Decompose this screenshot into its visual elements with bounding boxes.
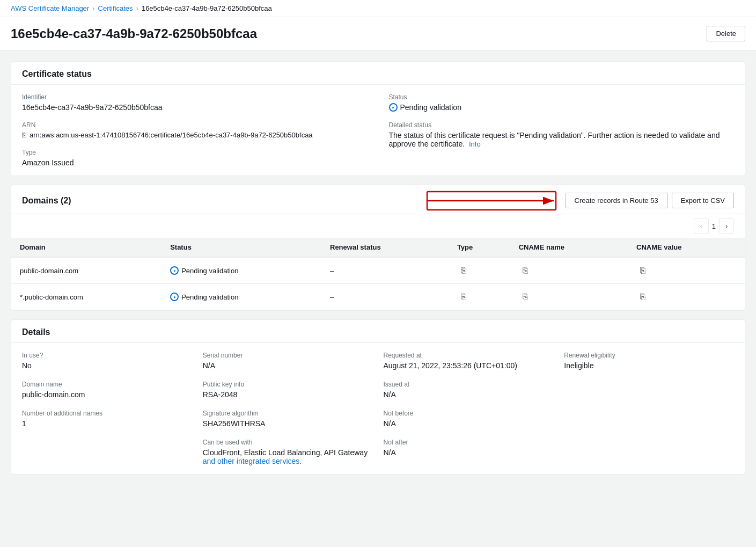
- cname-name-copy-icon-2[interactable]: ⎘: [519, 290, 532, 303]
- can-be-used-label: Can be used with: [203, 439, 373, 446]
- red-arrow-annotation: [426, 187, 566, 214]
- serial-value: N/A: [203, 361, 373, 370]
- info-link[interactable]: Info: [469, 140, 481, 148]
- not-before-value: N/A: [384, 419, 554, 428]
- details-grid: In use? No Serial number N/A Requested a…: [11, 343, 745, 474]
- arn-label: ARN: [22, 121, 368, 129]
- th-type: Type: [449, 238, 510, 257]
- th-cname-name: CNAME name: [510, 238, 628, 257]
- pagination-area: ‹ 1 ›: [11, 214, 745, 238]
- certificate-detail-grid: Identifier 16e5cb4e-ca37-4a9b-9a72-6250b…: [22, 93, 734, 167]
- table-row: public-domain.com Pending validation – ⎘: [11, 257, 745, 284]
- type-cell-2: ⎘: [449, 284, 510, 310]
- cname-name-cell-2: ⎘: [510, 284, 628, 310]
- main-content: Certificate status Identifier 16e5cb4e-c…: [0, 50, 756, 485]
- row1-status: Pending validation: [170, 266, 313, 275]
- renewal-eligibility-label: Renewal eligibility: [564, 352, 734, 359]
- detail-issued-at: Issued at N/A: [384, 381, 554, 399]
- cname-value-cell-1: ⎘: [628, 257, 745, 284]
- row2-status-text: Pending validation: [181, 293, 238, 301]
- certificate-status-body: Identifier 16e5cb4e-ca37-4a9b-9a72-6250b…: [11, 85, 745, 176]
- page-title: 16e5cb4e-ca37-4a9b-9a72-6250b50bfcaa: [11, 26, 257, 41]
- in-use-label: In use?: [22, 352, 192, 359]
- in-use-value: No: [22, 361, 192, 370]
- details-header: Details: [11, 320, 745, 343]
- cname-name-copy-icon-1[interactable]: ⎘: [519, 264, 532, 277]
- issued-at-value: N/A: [384, 390, 554, 399]
- detail-additional-names: Number of additional names 1: [22, 410, 192, 428]
- domain-cell-2: *.public-domain.com: [11, 284, 162, 310]
- breadcrumb-section[interactable]: Certificates: [98, 4, 133, 12]
- row2-status: Pending validation: [170, 293, 313, 301]
- detail-empty-2: [564, 410, 734, 428]
- detail-not-after: Not after N/A: [384, 439, 554, 465]
- detail-serial: Serial number N/A: [203, 352, 373, 370]
- renewal-eligibility-value: Ineligible: [564, 361, 734, 370]
- domains-header: Domains (2): [11, 185, 745, 214]
- requested-at-value: August 21, 2022, 23:53:26 (UTC+01:00): [384, 361, 554, 370]
- domain-cell-1: public-domain.com: [11, 257, 162, 284]
- create-records-area: Create records in Route 53: [566, 193, 667, 208]
- renewal-cell-1: –: [321, 257, 449, 284]
- can-be-used-value: CloudFront, Elastic Load Balancing, API …: [203, 448, 373, 465]
- row1-pending-icon: [170, 266, 179, 275]
- issued-at-label: Issued at: [384, 381, 554, 388]
- arn-field: ARN ⎘ arn:aws:acm:us-east-1:474108156746…: [22, 121, 368, 139]
- serial-label: Serial number: [203, 352, 373, 359]
- next-page-button[interactable]: ›: [719, 218, 734, 234]
- domains-actions: Create records in Route 53 Export to CSV: [566, 193, 734, 208]
- detail-sig-algo: Signature algorithm SHA256WITHRSA: [203, 410, 373, 428]
- type-copy-icon-1[interactable]: ⎘: [457, 264, 470, 277]
- page-header: 16e5cb4e-ca37-4a9b-9a72-6250b50bfcaa Del…: [0, 17, 756, 50]
- table-row: *.public-domain.com Pending validation –…: [11, 284, 745, 310]
- type-copy-icon-2[interactable]: ⎘: [457, 290, 470, 303]
- type-field: Type Amazon Issued: [22, 149, 368, 167]
- cert-right-col: Status Pending validation Detailed statu…: [389, 93, 735, 167]
- requested-at-label: Requested at: [384, 352, 554, 359]
- domains-table-container: Domain Status Renewal status Type CNAME …: [11, 238, 745, 310]
- detail-in-use: In use? No: [22, 352, 192, 370]
- cname-value-cell-2: ⎘: [628, 284, 745, 310]
- sig-algo-label: Signature algorithm: [203, 410, 373, 417]
- integrated-services-link[interactable]: and other integrated services.: [203, 457, 302, 465]
- breadcrumb-service[interactable]: AWS Certificate Manager: [11, 4, 89, 12]
- detail-can-be-used: Can be used with CloudFront, Elastic Loa…: [203, 439, 373, 465]
- cname-value-copy-icon-1[interactable]: ⎘: [636, 264, 649, 277]
- delete-button[interactable]: Delete: [707, 26, 745, 41]
- detail-empty-1: [564, 381, 734, 399]
- detailed-status-field: Detailed status The status of this certi…: [389, 121, 735, 148]
- breadcrumb-sep-2: ›: [136, 4, 138, 12]
- breadcrumb-current: 16e5cb4e-ca37-4a9b-9a72-6250b50bfcaa: [142, 4, 272, 12]
- table-header-row: Domain Status Renewal status Type CNAME …: [11, 238, 745, 257]
- status-value: Pending validation: [400, 103, 461, 112]
- prev-page-button[interactable]: ‹: [694, 218, 709, 234]
- arn-copy-icon[interactable]: ⎘: [22, 131, 26, 139]
- identifier-value: 16e5cb4e-ca37-4a9b-9a72-6250b50bfcaa: [22, 103, 368, 112]
- status-pending-icon: [389, 103, 398, 112]
- domains-title: Domains (2): [22, 196, 71, 206]
- create-records-button[interactable]: Create records in Route 53: [566, 193, 667, 208]
- th-domain: Domain: [11, 238, 162, 257]
- breadcrumb-sep-1: ›: [92, 4, 94, 12]
- detailed-status-value: The status of this certificate request i…: [389, 131, 735, 148]
- sig-algo-value: SHA256WITHRSA: [203, 419, 373, 428]
- detailed-status-label: Detailed status: [389, 121, 735, 129]
- cname-name-cell-1: ⎘: [510, 257, 628, 284]
- th-cname-value: CNAME value: [628, 238, 745, 257]
- arn-text: arn:aws:acm:us-east-1:474108156746:certi…: [30, 131, 313, 139]
- type-value: Amazon Issued: [22, 158, 368, 167]
- cname-value-copy-icon-2[interactable]: ⎘: [636, 290, 649, 303]
- export-csv-button[interactable]: Export to CSV: [672, 193, 734, 208]
- th-status: Status: [162, 238, 321, 257]
- domains-table: Domain Status Renewal status Type CNAME …: [11, 238, 745, 310]
- certificate-status-card: Certificate status Identifier 16e5cb4e-c…: [11, 61, 745, 176]
- detail-empty-4: [564, 439, 734, 465]
- public-key-value: RSA-2048: [203, 390, 373, 399]
- public-key-label: Public key info: [203, 381, 373, 388]
- detail-renewal-eligibility: Renewal eligibility Ineligible: [564, 352, 734, 370]
- status-field: Status Pending validation: [389, 93, 735, 112]
- certificate-status-header: Certificate status: [11, 62, 745, 85]
- not-after-value: N/A: [384, 448, 554, 457]
- row1-status-text: Pending validation: [181, 267, 238, 275]
- breadcrumb-bar: AWS Certificate Manager › Certificates ›…: [0, 0, 756, 17]
